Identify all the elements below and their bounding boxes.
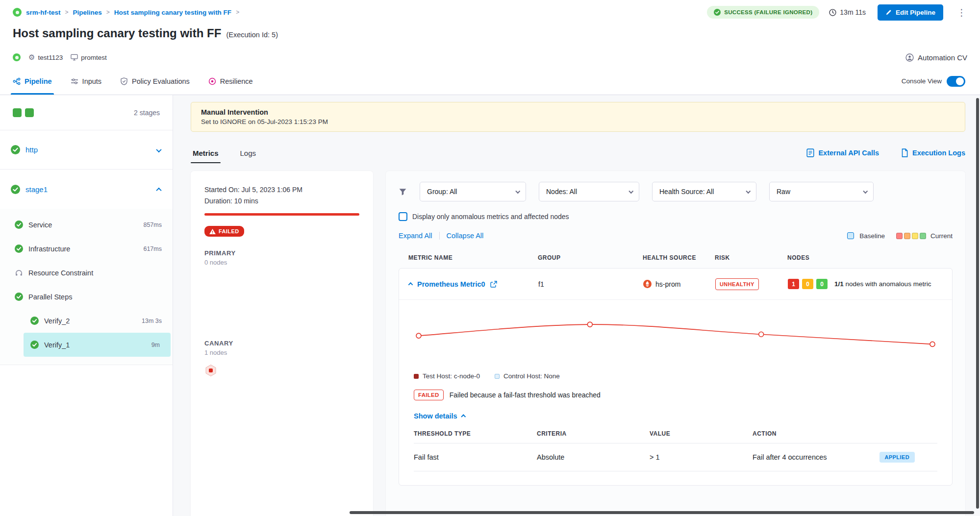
canary-node[interactable] <box>204 364 359 378</box>
duration: Duration: 10 mins <box>204 197 359 205</box>
risk-swatch-orange <box>904 233 910 239</box>
threshold-table-row: Fail fast Absolute > 1 Fail after 4 occu… <box>414 443 937 471</box>
tab-inputs[interactable]: Inputs <box>71 68 102 95</box>
nav-tabs: Pipeline Inputs Policy Evaluations Resil… <box>0 68 980 95</box>
breadcrumb-pipelines[interactable]: Pipelines <box>73 9 102 16</box>
chevron-down-icon[interactable] <box>157 146 161 154</box>
chevron-down-icon <box>746 189 750 193</box>
node-hexagon-icon <box>204 364 217 378</box>
nodes-filter-value: Nodes: All <box>546 188 577 196</box>
started-on: Started On: Jul 5, 2023 1:06 PM <box>204 186 359 194</box>
breadcrumb-pipeline-name[interactable]: Host sampling canary testing with FF <box>114 9 231 16</box>
verification-status-label: FAILED <box>219 228 239 234</box>
col-group: GROUP <box>538 254 643 261</box>
step-resource-constraint[interactable]: Resource Constraint <box>0 261 173 285</box>
test-host-legend: Test Host: c-node-0 <box>414 372 480 380</box>
failure-reason: Failed because a fail-fast threshold was… <box>450 391 601 399</box>
collapse-metric-icon[interactable] <box>408 282 413 287</box>
risk-badge: UNHEALTHY <box>715 278 759 290</box>
tab-resilience[interactable]: Resilience <box>208 68 253 95</box>
execution-logs-label: Execution Logs <box>912 149 965 157</box>
external-link-icon[interactable] <box>490 281 497 288</box>
inputs-icon <box>71 77 78 85</box>
show-details-link[interactable]: Show details <box>414 412 465 420</box>
manual-intervention-banner: Manual Intervention Set to IGNORE on 05-… <box>191 102 965 132</box>
breadcrumb: srm-hf-test > Pipelines > Host sampling … <box>13 8 239 17</box>
metric-name-link[interactable]: Prometheus Metric0 <box>417 280 485 288</box>
criteria-value: Absolute <box>537 453 650 461</box>
tag-service-label: test1123 <box>38 54 63 61</box>
step-label: Verify_2 <box>44 317 70 325</box>
execution-logs-link[interactable]: Execution Logs <box>901 148 965 157</box>
data-mode-select[interactable]: Raw <box>769 182 874 201</box>
action-value: Fail after 4 occurrences <box>753 453 827 461</box>
step-parallel-steps[interactable]: Parallel Steps <box>0 285 173 309</box>
breadcrumb-project[interactable]: srm-hf-test <box>26 9 61 16</box>
metric-name-cell: Prometheus Metric0 <box>409 280 538 288</box>
more-options-icon[interactable]: ⋮ <box>954 7 969 18</box>
sidebar-stage-http[interactable]: http <box>0 130 173 170</box>
stage1-steps: Service 857ms Infrastructure 617ms Resou… <box>0 209 173 365</box>
banner-message: Set to IGNORE on 05-Jul-2023 1:15:23 PM <box>201 118 955 125</box>
expand-all-link[interactable]: Expand All <box>399 232 432 240</box>
step-service[interactable]: Service 857ms <box>0 213 173 237</box>
col-risk: RISK <box>715 254 787 261</box>
step-label: Infrastructure <box>28 245 70 253</box>
step-infrastructure[interactable]: Infrastructure 617ms <box>0 237 173 261</box>
canary-node-count: 1 nodes <box>204 349 359 356</box>
tab-metrics[interactable]: Metrics <box>191 149 221 163</box>
chevron-down-icon <box>628 189 633 193</box>
metric-card-header[interactable]: Prometheus Metric0 f1 hs-prom UNHEALTHY … <box>399 269 952 300</box>
sidebar-stage-stage1[interactable]: stage1 <box>0 170 173 209</box>
pipeline-icon <box>13 77 21 85</box>
success-check-icon <box>11 145 20 154</box>
top-bar: srm-hf-test > Pipelines > Host sampling … <box>0 0 980 25</box>
console-view-toggle[interactable] <box>947 76 965 87</box>
failed-chip: FAILED <box>414 390 444 400</box>
healthy-node-count: 0 <box>816 279 828 289</box>
horizontal-scrollbar[interactable] <box>350 511 974 514</box>
group-filter-select[interactable]: Group: All <box>420 182 526 201</box>
show-details-label: Show details <box>414 412 457 420</box>
vertical-scrollbar[interactable] <box>976 98 979 509</box>
nodes-fraction: 1/1 <box>834 280 844 288</box>
metric-group: f1 <box>538 280 643 288</box>
collapse-all-link[interactable]: Collapse All <box>447 232 484 240</box>
success-check-icon <box>11 185 20 194</box>
gear-icon: ⚙ <box>28 53 35 62</box>
stage-count: 2 stages <box>134 109 160 117</box>
risk-swatch-green <box>920 233 926 239</box>
breadcrumb-separator: > <box>236 9 239 16</box>
tag-monitored-service: promtest <box>71 54 107 61</box>
step-label: Parallel Steps <box>28 293 72 301</box>
metric-card-body: Test Host: c-node-0 Control Host: None F… <box>399 300 952 485</box>
external-api-calls-link[interactable]: External API Calls <box>806 148 879 157</box>
breadcrumb-separator: > <box>65 9 69 16</box>
nodes-filter-select[interactable]: Nodes: All <box>539 182 639 201</box>
tab-logs[interactable]: Logs <box>238 149 258 163</box>
resilience-icon <box>208 77 216 85</box>
success-check-icon <box>30 341 39 349</box>
nodes-summary-text: nodes with anomalous metric <box>846 280 931 288</box>
threshold-type-value: Fail fast <box>414 453 537 461</box>
health-source-filter-select[interactable]: Health Source: All <box>652 182 756 201</box>
anomalous-checkbox[interactable] <box>399 212 407 221</box>
tab-pipeline[interactable]: Pipeline <box>13 68 52 95</box>
execution-body: Started On: Jul 5, 2023 1:06 PM Duration… <box>191 171 965 516</box>
filter-icon[interactable] <box>399 188 407 196</box>
tab-policy-label: Policy Evaluations <box>132 77 190 85</box>
status-badge-label: SUCCESS (FAILURE IGNORED) <box>724 9 812 15</box>
tab-inputs-label: Inputs <box>82 77 102 85</box>
edit-pipeline-button[interactable]: Edit Pipeline <box>878 4 943 21</box>
metric-line-chart[interactable] <box>414 308 937 367</box>
step-verify-1[interactable]: Verify_1 9m <box>24 333 171 357</box>
tab-policy-evaluations[interactable]: Policy Evaluations <box>120 68 190 95</box>
control-host-label: Control Host: None <box>503 372 560 380</box>
control-host-legend: Control Host: None <box>495 372 560 380</box>
console-view-control: Console View <box>902 76 965 87</box>
chevron-up-icon[interactable] <box>157 185 161 194</box>
step-verify-2[interactable]: Verify_2 13m 3s <box>24 309 173 333</box>
threshold-value: > 1 <box>650 453 753 461</box>
console-tabs: Metrics Logs External API Calls Executio… <box>191 142 965 163</box>
app-window: srm-hf-test > Pipelines > Host sampling … <box>0 0 980 516</box>
